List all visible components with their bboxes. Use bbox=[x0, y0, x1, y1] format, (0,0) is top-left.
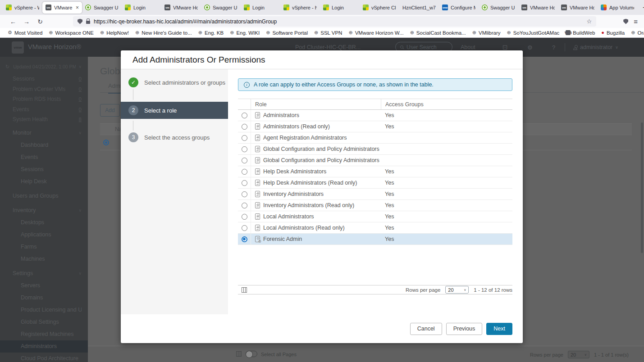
url-text[interactable]: https://hic-qe-broker.haas-hic.local/adm… bbox=[94, 18, 583, 25]
bookmark-item[interactable]: Software Portal bbox=[263, 30, 311, 36]
rows-per-page-select[interactable]: 20 ∨ bbox=[445, 286, 469, 294]
bookmark-item[interactable]: Eng. KB bbox=[195, 30, 227, 36]
sidebar-item[interactable]: Machines bbox=[0, 253, 88, 265]
next-button[interactable]: Next bbox=[486, 323, 512, 335]
role-radio[interactable] bbox=[242, 169, 247, 175]
role-radio[interactable] bbox=[242, 113, 247, 118]
browser-tab[interactable]: Login bbox=[122, 2, 161, 14]
bell-icon[interactable]: ⚀ bbox=[502, 45, 507, 50]
sidebar-item[interactable]: Cloud Pod Architecture bbox=[0, 353, 88, 362]
role-row[interactable]: Agent Registration Administrators bbox=[238, 132, 512, 144]
bookmark-item[interactable]: Bugzilla bbox=[598, 30, 628, 36]
account-shield-icon[interactable] bbox=[623, 19, 628, 24]
browser-tab[interactable]: Configure Mail bbox=[439, 2, 479, 14]
sidebar-item[interactable]: Desktops bbox=[0, 217, 88, 229]
role-radio[interactable] bbox=[242, 191, 247, 197]
role-row[interactable]: Local Administrators Yes bbox=[238, 211, 512, 222]
tracking-shield-icon[interactable] bbox=[78, 19, 82, 24]
back-button[interactable]: ← bbox=[6, 18, 20, 25]
cancel-button[interactable]: Cancel bbox=[410, 323, 442, 335]
sidebar-item[interactable]: Monitor ∨ bbox=[0, 127, 88, 139]
sidebar-item[interactable]: Product Licensing and Usage bbox=[0, 304, 88, 316]
browser-tab[interactable]: Swagger UI bbox=[82, 2, 122, 14]
role-row[interactable]: Inventory Administrators Yes bbox=[238, 189, 512, 200]
step-select-access-groups[interactable]: 3 Select the access groups bbox=[121, 132, 228, 142]
bookmark-item[interactable]: Eng. WIKI bbox=[227, 30, 263, 36]
about-link[interactable]: About bbox=[461, 44, 475, 50]
role-row[interactable]: Help Desk Administrators (Read only) Yes bbox=[238, 177, 512, 189]
browser-tab[interactable]: vSphere Client bbox=[360, 2, 399, 14]
browser-tab[interactable]: vSphere - hic bbox=[280, 2, 320, 14]
sidebar-item[interactable]: Dashboard bbox=[0, 139, 88, 151]
browser-tab[interactable]: App Volumes bbox=[598, 2, 637, 14]
sidebar-item[interactable]: Help Desk bbox=[0, 176, 88, 188]
role-row[interactable]: Help Desk Administrators Yes bbox=[238, 166, 512, 177]
browser-tab[interactable]: Swagger UI bbox=[479, 2, 518, 14]
role-radio[interactable] bbox=[242, 180, 247, 186]
role-radio[interactable] bbox=[242, 146, 247, 152]
column-toggle-icon[interactable] bbox=[242, 287, 247, 293]
gear-icon[interactable]: ⚙ bbox=[527, 45, 533, 50]
role-radio[interactable] bbox=[242, 214, 247, 220]
bookmark-item[interactable]: VMware Horizon W... bbox=[345, 30, 406, 36]
role-radio[interactable] bbox=[242, 124, 247, 130]
user-menu[interactable]: administrator ∨ bbox=[573, 44, 618, 50]
bookmark-item[interactable]: Most Visited bbox=[5, 30, 46, 36]
lock-icon[interactable] bbox=[86, 21, 90, 24]
role-radio[interactable] bbox=[242, 135, 247, 141]
sidebar-item[interactable]: Applications bbox=[0, 229, 88, 241]
browser-tab[interactable]: VMware Horiz bbox=[161, 2, 201, 14]
sidebar-item[interactable]: Events 0 bbox=[0, 104, 88, 115]
previous-button[interactable]: Previous bbox=[446, 323, 483, 335]
bookmark-item[interactable]: Workspace ONE bbox=[46, 30, 97, 36]
browser-tab[interactable]: VMware Hor × bbox=[42, 2, 82, 14]
bookmark-item[interactable]: SoYouJustGotAMac bbox=[504, 30, 563, 36]
bookmark-item[interactable]: SocialCast Bookma... bbox=[407, 30, 469, 36]
sidebar-item[interactable]: Users and Groups bbox=[0, 190, 88, 202]
sidebar-item[interactable]: Events bbox=[0, 151, 88, 163]
role-radio[interactable] bbox=[242, 225, 247, 231]
radio-selected[interactable] bbox=[103, 140, 109, 145]
help-icon[interactable]: ? bbox=[552, 45, 555, 50]
sidebar-item[interactable]: Settings ∨ bbox=[0, 267, 88, 280]
bookmark-item[interactable]: VMlibrary bbox=[469, 30, 504, 36]
reload-button[interactable]: ↻ bbox=[33, 18, 47, 25]
sidebar-item[interactable]: Global Settings bbox=[0, 316, 88, 328]
role-row[interactable]: Local Administrators (Read only) Yes bbox=[238, 222, 512, 234]
role-radio[interactable] bbox=[242, 203, 247, 208]
role-row[interactable]: Administrators Yes bbox=[238, 110, 512, 121]
browser-tab[interactable]: Swagger UI bbox=[201, 2, 241, 14]
sidebar-scrollbar[interactable] bbox=[641, 122, 643, 253]
browser-tab[interactable]: VMware Horiz bbox=[518, 2, 558, 14]
step-select-role[interactable]: 2 Select a role bbox=[121, 102, 228, 119]
sidebar-item[interactable]: Registered Machines bbox=[0, 328, 88, 340]
role-row[interactable]: Global Configuration and Policy Administ… bbox=[238, 144, 512, 155]
browser-tab[interactable]: VMware Horiz bbox=[558, 2, 598, 14]
sidebar-item[interactable]: Servers bbox=[0, 280, 88, 292]
column-toggle-icon[interactable] bbox=[236, 351, 242, 357]
rows-per-page-select[interactable]: 20 ∨ bbox=[568, 351, 589, 358]
forward-button[interactable]: → bbox=[20, 18, 33, 25]
step-select-administrators[interactable]: ✓ Select administrators or groups bbox=[121, 77, 228, 87]
browser-tab[interactable]: Login bbox=[320, 2, 360, 14]
sidebar-item[interactable]: Domains bbox=[0, 292, 88, 304]
role-radio[interactable] bbox=[242, 236, 247, 242]
tab-close-icon[interactable]: × bbox=[76, 5, 79, 11]
sidebar-item[interactable]: Problem vCenter VMs 0 bbox=[0, 84, 88, 95]
browser-tab[interactable]: HznClient1_w7 bbox=[399, 2, 439, 14]
sidebar-item[interactable]: System Health 8 bbox=[0, 114, 88, 125]
role-row[interactable]: Global Configuration and Policy Administ… bbox=[238, 155, 512, 166]
bookmark-item[interactable]: HelpNow! bbox=[97, 30, 132, 36]
sidebar-item[interactable]: Inventory ∨ bbox=[0, 204, 88, 217]
sidebar-item[interactable]: Farms bbox=[0, 241, 88, 253]
browser-tab[interactable]: vSphere - Win bbox=[3, 2, 42, 14]
sidebar-item[interactable]: Administrators bbox=[0, 340, 88, 353]
role-row[interactable]: Administrators (Read only) Yes bbox=[238, 121, 512, 132]
menu-icon[interactable]: ≡ bbox=[634, 18, 638, 25]
role-radio[interactable] bbox=[242, 158, 247, 163]
sidebar-item[interactable]: Sessions 0 bbox=[0, 74, 88, 84]
sidebar-item[interactable]: Problem RDS Hosts 0 bbox=[0, 94, 88, 104]
role-row[interactable]: Inventory Administrators (Read only) Yes bbox=[238, 200, 512, 211]
bookmark-star-icon[interactable]: ☆ bbox=[587, 18, 592, 25]
sidebar-item[interactable]: Sessions bbox=[0, 163, 88, 176]
